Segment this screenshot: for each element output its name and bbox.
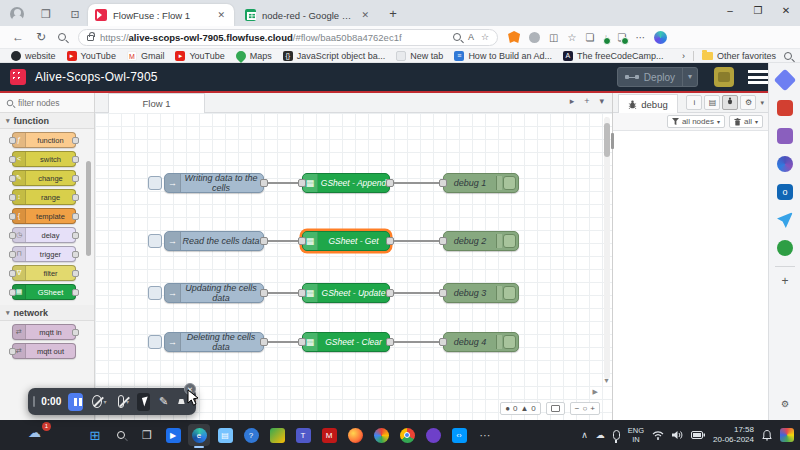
- mcafee-icon[interactable]: M: [318, 424, 340, 446]
- taskbar-search-icon[interactable]: [110, 424, 132, 446]
- weather-widget-icon[interactable]: ☁: [28, 425, 41, 440]
- help-tab-button[interactable]: ▤: [704, 95, 720, 110]
- inject-button[interactable]: [148, 234, 162, 248]
- zoom-controls[interactable]: − ○ +: [570, 402, 600, 415]
- output-port[interactable]: [260, 338, 268, 346]
- meet-icon[interactable]: [266, 424, 288, 446]
- more-icon[interactable]: ⋯: [635, 32, 645, 43]
- zoom-out-button[interactable]: −: [575, 404, 580, 413]
- info-tab-button[interactable]: i: [686, 95, 702, 110]
- output-port[interactable]: [260, 237, 268, 245]
- edge-browser-icon[interactable]: e: [188, 424, 210, 446]
- inject-node[interactable]: →Updating the cells data: [148, 283, 264, 303]
- bookmark-item[interactable]: ≡How to Build an Ad...: [454, 51, 552, 61]
- input-port[interactable]: [439, 179, 447, 187]
- wire[interactable]: [389, 240, 444, 242]
- lock-icon[interactable]: [87, 35, 94, 41]
- split-screen-icon[interactable]: ◫: [549, 32, 558, 43]
- debug-node[interactable]: debug 2: [443, 231, 519, 251]
- extension-icon[interactable]: [529, 32, 540, 43]
- navigator-button[interactable]: [546, 402, 565, 415]
- scroll-down-icon[interactable]: ▼: [603, 377, 610, 384]
- palette-node-delay[interactable]: ◷delay: [12, 227, 76, 243]
- pause-button[interactable]: [68, 393, 82, 411]
- refresh-icon[interactable]: ↻: [36, 30, 46, 44]
- output-port[interactable]: [386, 237, 394, 245]
- wire[interactable]: [389, 341, 444, 343]
- bookmark-item[interactable]: ▸YouTube: [175, 51, 224, 61]
- wire[interactable]: [389, 182, 444, 184]
- wifi-icon[interactable]: [652, 430, 664, 440]
- bookmark-item[interactable]: AThe freeCodeCamp...: [563, 51, 664, 61]
- search-bookmarks-icon[interactable]: [784, 52, 792, 60]
- palette-category-function[interactable]: ▾ function: [0, 113, 94, 129]
- workspaces-icon[interactable]: ❒: [38, 6, 54, 22]
- rail-settings-icon[interactable]: ⚙: [777, 396, 793, 412]
- brush-tool-icon[interactable]: [178, 399, 185, 404]
- palette-node-function[interactable]: ƒfunction: [12, 132, 76, 148]
- url-field[interactable]: https://alive-scops-owl-7905.flowfuse.cl…: [78, 29, 498, 46]
- recorder-app-icon[interactable]: [780, 428, 794, 442]
- output-port[interactable]: [260, 179, 268, 187]
- input-port[interactable]: [298, 338, 306, 346]
- inject-node[interactable]: →Read the cells data: [148, 231, 264, 251]
- workspace-grid[interactable]: →Writing data to the cells ▦ GSheet - Ap…: [95, 113, 612, 420]
- sync-icon[interactable]: ❏: [617, 32, 626, 43]
- palette-category-network[interactable]: ▾ network: [0, 305, 94, 321]
- deploy-button[interactable]: Deploy ▾: [617, 67, 698, 87]
- taskbar-clock[interactable]: 17:5820-06-2024: [713, 425, 754, 446]
- tab-close-icon[interactable]: ✕: [215, 10, 227, 20]
- sidebar-splitter-handle[interactable]: [611, 133, 614, 149]
- bookmark-item[interactable]: MGmail: [127, 51, 165, 61]
- world-clock-icon[interactable]: [777, 240, 793, 256]
- palette-node-filter[interactable]: ∇filter: [12, 265, 76, 281]
- browser-profile-icon[interactable]: [10, 7, 24, 21]
- palette-node-mqtt-out[interactable]: ⇄mqtt out: [12, 343, 76, 359]
- palette-node-mqtt-in[interactable]: ⇄mqtt in: [12, 324, 76, 340]
- debug-node[interactable]: debug 4: [443, 332, 519, 352]
- flow-tab[interactable]: Flow 1: [108, 93, 205, 113]
- zoom-reset-button[interactable]: ○: [582, 404, 587, 413]
- tab-actions-icon[interactable]: ⊡: [67, 6, 83, 22]
- palette-node-change[interactable]: ✎change: [12, 170, 76, 186]
- metamask-icon[interactable]: [508, 31, 520, 43]
- input-port[interactable]: [439, 237, 447, 245]
- gsheet-clear-node[interactable]: ▦ GSheet - Clear: [302, 332, 390, 352]
- input-port[interactable]: [298, 179, 306, 187]
- input-port[interactable]: [439, 289, 447, 297]
- chrome-icon[interactable]: [396, 424, 418, 446]
- tab-debug[interactable]: debug: [618, 94, 678, 113]
- tab-flowfuse[interactable]: FlowFuse : Flow 1 ✕: [88, 4, 234, 26]
- tab-close-icon[interactable]: ✕: [359, 10, 371, 20]
- back-icon[interactable]: ←: [12, 30, 24, 44]
- battery-icon[interactable]: [691, 431, 705, 439]
- pen-tool-icon[interactable]: ✎: [159, 395, 168, 408]
- add-flow-button[interactable]: +: [584, 96, 589, 106]
- debug-toggle-button[interactable]: [503, 176, 516, 190]
- wire[interactable]: [389, 292, 444, 294]
- inject-button[interactable]: [148, 335, 162, 349]
- downloads-icon[interactable]: ↓: [603, 32, 608, 43]
- send-plane-icon[interactable]: [777, 212, 793, 228]
- search-icon[interactable]: [58, 30, 66, 44]
- input-port[interactable]: [298, 289, 306, 297]
- zoom-in-button[interactable]: +: [590, 404, 595, 413]
- bookmarks-overflow-icon[interactable]: ›: [682, 51, 685, 61]
- microsoft365-icon[interactable]: [777, 156, 793, 172]
- microphone-icon[interactable]: [613, 430, 620, 440]
- palette-node-gsheet[interactable]: ▦GSheet: [12, 284, 76, 300]
- camera-off-icon[interactable]: [92, 395, 102, 408]
- inject-button[interactable]: [148, 176, 162, 190]
- clear-debug-button[interactable]: all ▾: [729, 115, 763, 128]
- shopping-tag-icon[interactable]: [774, 69, 797, 92]
- favorites-icon[interactable]: ☆: [568, 32, 577, 43]
- scroll-right-icon[interactable]: ▶: [593, 388, 598, 396]
- collections-icon[interactable]: ❏: [585, 32, 594, 43]
- palette-search[interactable]: [0, 93, 94, 113]
- canvas-scrollbar-thumb[interactable]: [604, 123, 610, 157]
- bookmark-item[interactable]: website: [11, 51, 56, 61]
- user-avatar[interactable]: [714, 67, 734, 87]
- main-menu-icon[interactable]: [748, 70, 770, 84]
- palette-scrollbar[interactable]: [86, 161, 91, 256]
- flow-list-icon[interactable]: ▸: [570, 96, 575, 106]
